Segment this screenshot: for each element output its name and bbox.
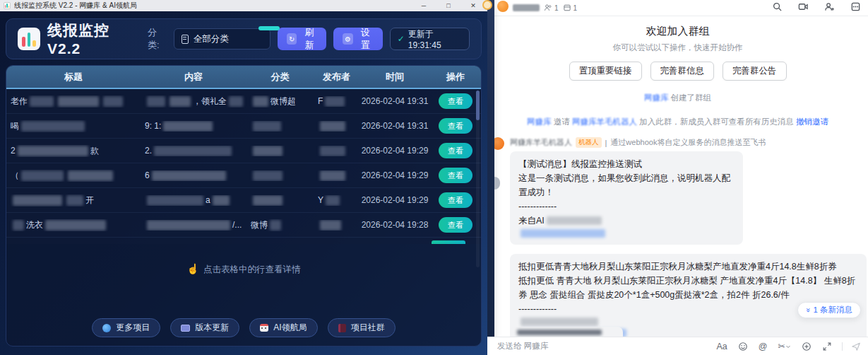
add-member-icon[interactable] <box>824 1 835 12</box>
composer-placeholder: 发送给 网赚库 <box>497 341 548 351</box>
table-row[interactable]: （ 6 2026-02-04 19:29 查看 <box>6 163 481 188</box>
welcome-subtitle: 你可以尝试以下操作，快速开始协作 <box>487 42 868 53</box>
view-button[interactable]: 查看 <box>439 118 472 134</box>
window-titlebar: 线报监控系统 V2.2 - 网赚库 & AI领航局 ─ □ ✕ <box>0 0 487 11</box>
group-name-redacted <box>513 4 540 11</box>
welcome-title: 欢迎加入群组 <box>487 16 868 38</box>
sidebar-avatar-cut <box>482 0 492 10</box>
app-background: 线报监控 V2.2 分类: 全部分类 ↻ 刷新 ⚙ 设置 <box>0 11 487 355</box>
redacted-text <box>521 318 598 326</box>
category-label: 分类: <box>148 26 167 52</box>
emoji-icon[interactable] <box>738 342 748 351</box>
system-message-created: 网赚库 创建了群组 <box>487 93 868 103</box>
community-button[interactable]: 项目社群 <box>328 318 396 337</box>
category-select[interactable]: 全部分类 <box>174 28 270 50</box>
member-count-badge[interactable]: 1 <box>544 4 559 12</box>
col-publisher: 发布者 <box>314 66 359 88</box>
more-projects-button[interactable]: 更多项目 <box>92 318 160 337</box>
chat-header: 1 1 <box>487 0 868 16</box>
search-icon[interactable] <box>772 1 783 12</box>
clipboard-icon <box>182 35 189 44</box>
complete-announcement-button[interactable]: 完善群公告 <box>723 62 787 81</box>
view-button[interactable]: 查看 <box>439 93 472 109</box>
chat-app-window: 1 1 欢迎加入群组 你可以尝试以下操作，快速开始协作 置顶重要链接 完善群信息… <box>487 0 868 355</box>
message-bubble-deal1: 抵扣更低青青大地秋月梨山东莱阳正宗秋月冰糖梨产地直发净重4斤14.8生鲜8折券 … <box>510 254 867 337</box>
pointer-icon: ☝ <box>187 263 199 274</box>
footer-button-bar: 更多项目 版本更新 AI领航局 项目社群 <box>6 318 481 337</box>
version-update-button[interactable]: 版本更新 <box>170 318 239 337</box>
creator-link[interactable]: 网赚库 <box>644 93 669 102</box>
gear-icon: ⚙ <box>343 33 352 45</box>
app-logo-icon <box>18 28 40 50</box>
table-row[interactable]: 2款 2. 2026-02-04 19:29 查看 <box>6 139 481 163</box>
refresh-button[interactable]: ↻ 刷新 <box>278 28 326 50</box>
view-button[interactable]: 查看 <box>439 192 472 208</box>
welcome-actions: 置顶重要链接 完善群信息 完善群公告 <box>487 62 868 81</box>
col-category: 分类 <box>246 66 314 88</box>
col-content: 内容 <box>141 66 246 88</box>
attach-plus-icon[interactable] <box>802 342 811 351</box>
updated-at-badge: ✓ 更新于 19:31:45 <box>390 28 470 50</box>
monitor-icon <box>181 325 190 332</box>
complete-group-info-button[interactable]: 完善群信息 <box>650 62 715 81</box>
revoke-invite-link[interactable]: 撤销邀请 <box>796 117 828 126</box>
book-icon <box>338 324 346 332</box>
close-button[interactable]: ✕ <box>463 0 484 11</box>
system-message-invite: 网赚库 邀请 网赚库羊毛机器人 加入此群，新成员入群可查看所有历史消息 撤销邀请 <box>487 117 868 127</box>
redacted-link <box>521 229 605 238</box>
redacted-text <box>517 330 602 335</box>
message-bubble-partial <box>510 327 623 337</box>
ai-hub-button[interactable]: AI领航局 <box>249 318 317 337</box>
table-row-partial[interactable] <box>6 238 481 244</box>
video-call-icon[interactable] <box>798 1 809 12</box>
monitor-app-window: 线报监控系统 V2.2 - 网赚库 & AI领航局 ─ □ ✕ 线报监控 V2.… <box>0 0 487 355</box>
window-title: 线报监控系统 V2.2 - 网赚库 & AI领航局 <box>14 1 137 11</box>
message-composer[interactable]: 发送给 网赚库 Aa @ ✂ <box>487 337 868 355</box>
tabs-count-badge[interactable]: 1 <box>563 4 578 12</box>
send-icon[interactable] <box>851 342 861 351</box>
tabs-icon <box>563 4 571 12</box>
maximize-button[interactable]: □ <box>438 0 459 11</box>
view-button[interactable]: 查看 <box>439 143 472 158</box>
view-button[interactable]: 查看 <box>439 217 472 233</box>
app-header: 线报监控 V2.2 分类: 全部分类 ↻ 刷新 ⚙ 设置 <box>6 18 482 59</box>
table-row[interactable]: 开 a Y 2026-02-04 19:29 查看 <box>6 188 481 213</box>
chevron-double-down-icon: » <box>804 308 812 312</box>
settings-button[interactable]: ⚙ 设置 <box>333 28 382 50</box>
pin-link-button[interactable]: 置顶重要链接 <box>569 62 642 81</box>
desktop: 线报监控系统 V2.2 - 网赚库 & AI领航局 ─ □ ✕ 线报监控 V2.… <box>0 0 868 355</box>
bot-link[interactable]: 网赚库羊毛机器人 <box>572 117 637 126</box>
table-header: 标题 内容 分类 发布者 时间 操作 <box>6 66 481 89</box>
bot-description: 通过webhook将自定义服务的消息推送至飞书 <box>610 137 766 148</box>
inviter-link[interactable]: 网赚库 <box>527 117 552 126</box>
table-row[interactable]: 喝 9: 1: 2026-02-04 19:31 查看 <box>6 114 481 139</box>
more-settings-icon[interactable] <box>850 1 861 12</box>
bot-tag-badge: 机器人 <box>576 137 602 148</box>
message-bubble-test: 【测试消息】线报监控推送测试 这是一条测试消息，如果您收到此消息，说明机器人配置… <box>510 151 743 245</box>
table-row[interactable]: 老作 ，领礼全 微博超 F 2026-02-04 19:31 查看 <box>6 89 481 114</box>
screenshot-scissors-icon[interactable]: ✂ <box>778 341 791 351</box>
row-click-hint: ☝点击表格中的行查看详情 <box>6 263 481 276</box>
scrollbar-thumb[interactable] <box>476 91 480 120</box>
table-row[interactable]: 洗衣 /... 微博 2026-02-04 19:28 查看 <box>6 213 481 238</box>
select-dash-decoration <box>258 26 280 30</box>
mention-icon[interactable]: @ <box>759 342 768 351</box>
new-message-pill[interactable]: » 1 条新消息 <box>797 302 861 318</box>
redacted-text <box>547 216 602 225</box>
check-icon: ✓ <box>398 34 405 44</box>
font-style-icon[interactable]: Aa <box>717 342 727 351</box>
group-avatar[interactable] <box>497 1 509 12</box>
composer-divider <box>842 342 843 351</box>
page-title: 线报监控 V2.2 <box>47 21 141 57</box>
table-card: 标题 内容 分类 发布者 时间 操作 老作 ，领礼全 微博超 F 2026-02… <box>6 65 482 347</box>
minimize-button[interactable]: ─ <box>413 0 434 11</box>
col-time: 时间 <box>359 66 430 88</box>
globe-icon <box>102 324 111 332</box>
expand-icon[interactable] <box>822 342 832 351</box>
table-scrollbar[interactable] <box>476 91 480 267</box>
chat-body: 欢迎加入群组 你可以尝试以下操作，快速开始协作 置顶重要链接 完善群信息 完善群… <box>487 16 868 337</box>
robot-icon <box>260 324 268 332</box>
col-title: 标题 <box>6 66 141 88</box>
view-button[interactable]: 查看 <box>439 168 472 183</box>
chat-left-edge <box>487 0 494 355</box>
